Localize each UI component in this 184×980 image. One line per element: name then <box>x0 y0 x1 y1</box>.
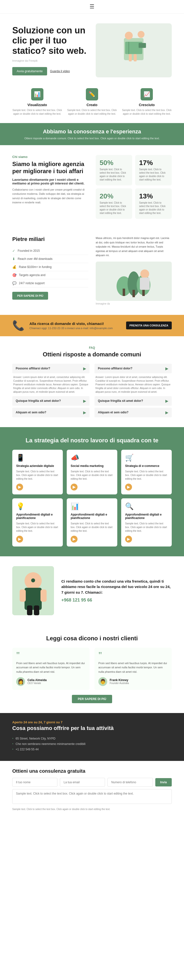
author-info-2: Frank Kinney Founder Australia <box>109 678 129 684</box>
consult-form: Invia <box>12 778 172 787</box>
dark-info-text-2: Che non sembrano neemmeno minimamente cr… <box>16 742 86 746</box>
faq-sub-q-2-1[interactable]: Quisque fringilla sit amet dolor? ▶ <box>94 396 172 406</box>
submit-button[interactable]: Invia <box>155 778 172 786</box>
cta-consult-button[interactable]: PRENOTA UNA CONSULENZA <box>126 321 172 329</box>
svg-rect-21 <box>40 589 47 602</box>
strategy-text-3: Sample text. Click to select the text bo… <box>125 469 168 480</box>
hero-section: Soluzione con un clic per il tuo statico… <box>0 14 184 82</box>
chart-icon: 📊 <box>71 502 113 511</box>
feature-title-2: Creato <box>67 103 117 107</box>
stat-text-4: Sample text. Click to select the text bo… <box>139 201 168 215</box>
milestone-text-2: Reach over 4M downloads <box>17 257 52 261</box>
faq-main-q-1[interactable]: Possono affiliarsi dolor? ▶ <box>12 364 90 373</box>
chat-icon: 💬 <box>12 281 16 285</box>
faq-sub-q-1-1[interactable]: Quisque fringilla sit amet dolor? ▶ <box>12 396 90 406</box>
features-section: 📊 Visualizzato Sample text. Click to sel… <box>0 82 184 123</box>
faq-sub-q-2-2[interactable]: Aliquam et sem odio? ▶ <box>94 408 172 417</box>
stat-number-2: 17% <box>139 159 168 167</box>
dark-info-3: • +1 222 549 55 44 <box>12 747 172 752</box>
faq-sub-arrow-1-2: ▶ <box>83 410 86 415</box>
svg-point-15 <box>140 269 149 278</box>
money-icon: 💰 <box>12 265 16 269</box>
faq-section: FAQ Ottieni risposte a domande comuni Po… <box>0 336 184 427</box>
message-textarea[interactable] <box>12 789 172 804</box>
bullet-icon-2: • <box>12 742 13 746</box>
stat-text-1: Sample text. Click to select the text bo… <box>100 168 128 181</box>
pietre-title: Pietre miliari <box>12 236 88 242</box>
svg-rect-5 <box>134 54 136 61</box>
bullet-icon-3: • <box>12 748 13 751</box>
faq-sub-q-1-2[interactable]: Aliquam et sem odio? ▶ <box>12 408 90 417</box>
stat-text-3: Sample text. Click to select the text bo… <box>100 201 128 215</box>
ecommerce-icon: 🛒 <box>125 453 168 462</box>
check-icon: ✓ <box>12 249 15 253</box>
stat-box-2: 17% Sample text. Click to select the tex… <box>135 155 172 185</box>
faq-sub-arrow-2-1: ▶ <box>165 399 168 403</box>
feature-visualizzato: 📊 Visualizzato Sample text. Click to sel… <box>12 88 62 116</box>
stat-number-1: 50% <box>100 159 128 167</box>
testimonial-text-2: Proin sed libero amet veli faucibus turp… <box>98 661 168 674</box>
faq-col-2: Possono affiliarsi dolor? ▶ Answer: Lore… <box>94 364 172 417</box>
strategy-btn-1[interactable]: ▶ <box>16 484 23 490</box>
pietre-cta-button[interactable]: PER SAPERE DI PIÙ <box>12 292 48 300</box>
plants-illustration <box>109 264 158 298</box>
faq-col-1: Possono affiliarsi dolor? ▶ Answer: Lore… <box>12 364 90 417</box>
milestone-text-4: Targets agenzia and <box>19 274 45 277</box>
strategy-grid: 📱 Strategia aziendale digitale Sample te… <box>12 450 172 546</box>
faq-main-q-2[interactable]: Possono affiliarsi dolor? ▶ <box>94 364 172 373</box>
menu-icon[interactable]: ☰ <box>90 3 94 10</box>
milestone-item-5: 💬 24/7 notizie support <box>12 279 88 287</box>
feature-icon-box-1: 📊 <box>31 88 43 100</box>
dark-info-list: • 65 Street, Network City, NYPD • Che no… <box>12 736 172 752</box>
chi-siamo-section: Chi siamo Siamo la migliore agenzia per … <box>0 145 184 229</box>
milestone-text-1: Founded in 2015 <box>17 249 40 253</box>
testimonials-cta: PER SAPERE DI PIÙ <box>12 695 172 703</box>
name-input[interactable] <box>12 778 57 787</box>
testimonial-author-2: 👨 Frank Kinney Founder Australia <box>98 677 168 686</box>
milestone-text-5: 24/7 notizie support <box>19 282 44 285</box>
cta-title: Alla ricerca di domande di visto, chiama… <box>29 321 121 326</box>
strategy-card-5: 📊 Approfondimenti digitali e pianificazi… <box>67 498 117 546</box>
faq-grid: Possono affiliarsi dolor? ▶ Answer: Lore… <box>12 364 172 417</box>
phone-icon: 📞 <box>12 320 25 331</box>
feature-text-2: Sample text. Click to select the text bo… <box>67 108 117 116</box>
testimonials-btn[interactable]: PER SAPERE DI PIÙ <box>72 695 112 703</box>
bullet-icon-1: • <box>12 737 13 740</box>
dark-info-text-1: 65 Street, Network City, NYPD <box>16 737 56 740</box>
strategy-title-1: Strategia aziendale digitale <box>16 464 59 468</box>
strategy-btn-5[interactable]: ▶ <box>71 536 78 542</box>
cta-text: Chiamaci oggi: 11-232-22-33 o inviaci un… <box>29 327 121 329</box>
quote-icon-2: " <box>98 652 168 659</box>
feature-text-3: Sample text. Click to select the text bo… <box>122 108 172 116</box>
strategy-title-4: Approfondimenti digitali e pianificazion… <box>16 513 59 520</box>
strategy-btn-6[interactable]: ▶ <box>125 536 132 542</box>
dark-title-orange: Aperto 24 ore su 24, 7 giorni su 7 <box>12 721 172 724</box>
strategy-card-6: 🔍 Approfondimenti digitali e pianificazi… <box>121 498 172 546</box>
bulb-icon: 💡 <box>16 502 59 511</box>
strategy-card-1: 📱 Strategia aziendale digitale Sample te… <box>12 450 63 495</box>
svg-rect-20 <box>20 589 26 602</box>
feature-text-1: Sample text. Click to select the text bo… <box>12 108 62 116</box>
svg-point-1 <box>125 32 133 40</box>
testimonial-text-1: Proin sed libero amet veli faucibus turp… <box>16 661 86 674</box>
strategy-title-2: Social media marketing <box>71 464 113 468</box>
author-name-2: Frank Kinney <box>109 678 129 682</box>
milestone-item-4: 🎯 Targets agenzia and <box>12 271 88 279</box>
strategy-text-6: Sample text. Click to select the text bo… <box>125 522 168 533</box>
svg-rect-16 <box>140 278 150 290</box>
download-icon: ⬇ <box>12 257 15 261</box>
email-input[interactable] <box>60 778 105 787</box>
strategy-btn-4[interactable]: ▶ <box>16 536 23 542</box>
phone-input[interactable] <box>108 778 152 787</box>
primary-cta-button[interactable]: Avvia gratuitamente <box>12 67 47 75</box>
person-phone: +968 121 95 66 <box>61 598 92 603</box>
faq-answer-2: Answer: Lorem ipsum dolor sit et amet, c… <box>94 375 172 396</box>
strategy-btn-3[interactable]: ▶ <box>125 484 132 490</box>
video-link[interactable]: Guarda il video <box>50 70 70 73</box>
strategy-btn-2[interactable]: ▶ <box>71 484 78 490</box>
hero-illustration <box>109 28 158 72</box>
milestone-item-3: 💰 Raise $100m+ in funding <box>12 263 88 271</box>
consult-title: Ottieni una consulenza gratuita <box>12 768 172 774</box>
feature-title-1: Visualizzato <box>12 103 62 107</box>
svg-rect-6 <box>139 43 146 48</box>
